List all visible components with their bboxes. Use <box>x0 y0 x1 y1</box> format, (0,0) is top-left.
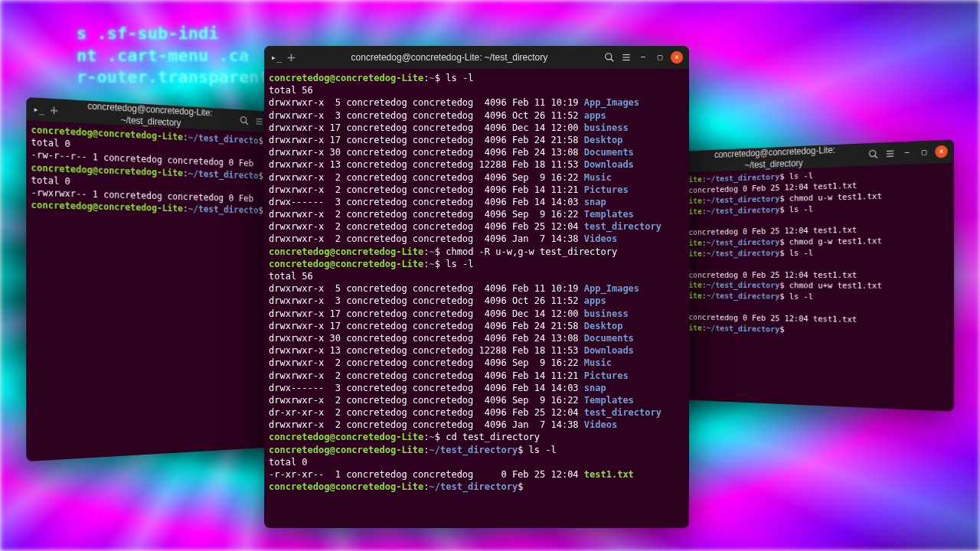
svg-rect-7 <box>622 54 629 55</box>
svg-point-0 <box>240 116 246 122</box>
svg-rect-12 <box>887 151 893 152</box>
terminal-body[interactable]: concretedog@concretedog-Lite:~$ ls -l to… <box>264 69 689 496</box>
maximize-button[interactable]: ▢ <box>654 51 666 64</box>
svg-rect-14 <box>887 156 893 158</box>
terminal-icon: ▸_ <box>33 103 45 116</box>
new-tab-button[interactable]: + <box>50 103 58 118</box>
minimize-button[interactable]: − <box>901 147 913 160</box>
svg-point-5 <box>606 54 612 60</box>
new-tab-button[interactable]: + <box>287 51 296 64</box>
svg-rect-2 <box>256 119 263 120</box>
bg-text-line: s .sf-sub-indi <box>77 23 270 45</box>
svg-line-1 <box>246 122 248 124</box>
menu-button[interactable] <box>884 148 897 161</box>
svg-line-11 <box>874 155 877 158</box>
svg-rect-13 <box>887 153 893 155</box>
titlebar[interactable]: ▸_ + concretedog@concretedog-Lite: ~/tes… <box>264 46 689 69</box>
bg-text-line: nt .cart-menu .ca <box>77 45 270 67</box>
maximize-button[interactable]: ▢ <box>918 146 930 159</box>
terminal-body[interactable]: edog-Lite:~/test_directory$ ls -l tedog … <box>658 163 954 342</box>
svg-rect-3 <box>256 121 263 122</box>
svg-rect-9 <box>622 60 629 60</box>
terminal-icon: ▸_ <box>270 51 283 64</box>
search-button[interactable] <box>239 115 250 127</box>
menu-button[interactable] <box>254 116 265 128</box>
bg-text-line: r-outer.transparent <box>77 67 270 89</box>
svg-line-6 <box>611 59 614 62</box>
menu-button[interactable] <box>620 51 632 64</box>
minimize-button[interactable]: − <box>637 51 649 64</box>
close-button[interactable]: × <box>935 145 948 158</box>
close-button[interactable]: × <box>671 51 683 64</box>
window-title: concretedog@concretedog-Lite: ~/test_dir… <box>300 51 599 64</box>
search-button[interactable] <box>603 51 616 64</box>
svg-rect-4 <box>256 123 263 125</box>
search-button[interactable] <box>867 148 880 160</box>
svg-rect-8 <box>622 57 629 57</box>
terminal-window-center[interactable]: ▸_ + concretedog@concretedog-Lite: ~/tes… <box>264 46 689 528</box>
terminal-window-right[interactable]: ▸_ + concretedog@concretedog-Lite: ~/tes… <box>658 139 954 411</box>
background-code-text: s .sf-sub-indi nt .cart-menu .ca r-outer… <box>77 23 270 89</box>
